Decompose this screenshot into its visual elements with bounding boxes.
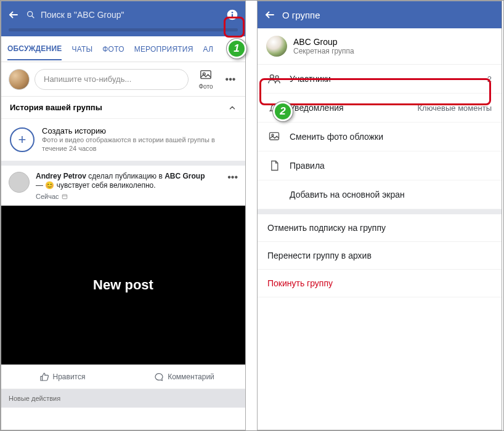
- members-icon: [267, 72, 281, 86]
- tab-events[interactable]: МЕРОПРИЯТИЯ: [134, 45, 193, 54]
- post-time: Сейчас: [36, 192, 221, 201]
- like-button[interactable]: Нравится: [1, 365, 123, 389]
- action-archive[interactable]: Перенести группу в архив: [258, 242, 502, 270]
- header-bar: О группе: [258, 1, 502, 28]
- svg-rect-8: [62, 195, 67, 199]
- comment-button[interactable]: Комментарий: [123, 365, 245, 389]
- menu-rules[interactable]: Правила: [258, 151, 502, 180]
- header-bar: Поиск в "ABC Group": [1, 1, 245, 28]
- header-underline: [9, 28, 238, 31]
- marker-2: 2: [273, 102, 293, 121]
- svg-point-12: [275, 76, 278, 79]
- phone-group-feed: Поиск в "ABC Group" ОБСУЖДЕНИЕ ЧАТЫ ФОТО…: [1, 1, 246, 430]
- group-info-text: ABC Group Секретная группа: [293, 37, 354, 55]
- search-icon: [26, 10, 36, 20]
- menu-cover-label: Сменить фото обложки: [290, 132, 492, 142]
- menu-members-label: Участники: [290, 74, 479, 84]
- search-input[interactable]: Поиск в "ABC Group": [26, 10, 219, 20]
- feeling-emoji: 😊: [45, 181, 54, 190]
- tab-photo[interactable]: ФОТО: [102, 45, 124, 54]
- compose-input[interactable]: Напишите что-нибудь...: [35, 69, 189, 90]
- svg-rect-5: [232, 14, 233, 18]
- post-head: Andrey Petrov сделал публикацию в ABC Gr…: [1, 166, 245, 206]
- back-icon[interactable]: [264, 9, 276, 21]
- header-title: О группе: [282, 10, 320, 20]
- menu-rules-label: Правила: [290, 161, 492, 171]
- menu-add-home[interactable]: Добавить на основной экран: [258, 180, 502, 209]
- group-type: Секретная группа: [293, 47, 354, 55]
- tabs: ОБСУЖДЕНИЕ ЧАТЫ ФОТО МЕРОПРИЯТИЯ АЛ: [1, 36, 245, 62]
- picture-icon: [267, 130, 281, 143]
- create-story-row[interactable]: + Создать историю Фото и видео отображаю…: [1, 119, 245, 161]
- compose-more-icon[interactable]: •••: [223, 74, 238, 85]
- svg-line-2: [32, 16, 35, 18]
- marker-1: 1: [227, 39, 246, 58]
- story-section-title: История вашей группы: [10, 103, 102, 112]
- menu-add-home-label: Добавить на основной экран: [290, 190, 492, 199]
- big-actions: Отменить подписку на группу Перенести гр…: [258, 214, 502, 297]
- avatar[interactable]: [9, 69, 30, 90]
- svg-point-4: [232, 12, 234, 14]
- menu-notifications[interactable]: Уведомления Ключевые моменты: [258, 94, 502, 123]
- search-placeholder: Поиск в "ABC Group": [41, 10, 124, 20]
- story-subtitle: Фото и видео отображаются в истории ваше…: [42, 135, 237, 153]
- menu-notifications-value: Ключевые моменты: [417, 103, 492, 113]
- post-header-text: Andrey Petrov сделал публикацию в ABC Gr…: [36, 172, 221, 201]
- post-more-icon[interactable]: •••: [227, 172, 238, 201]
- story-section-head[interactable]: История вашей группы: [1, 97, 245, 119]
- tab-discussion[interactable]: ОБСУЖДЕНИЕ: [7, 44, 62, 60]
- action-unsubscribe[interactable]: Отменить подписку на группу: [258, 214, 502, 242]
- post-body[interactable]: New post: [1, 206, 245, 365]
- menu-members-count: 2: [487, 75, 492, 84]
- compose-photo-label: Фото: [199, 83, 213, 90]
- story-text: Создать историю Фото и видео отображаютс…: [42, 126, 237, 153]
- plus-icon: +: [10, 127, 35, 152]
- story-title: Создать историю: [42, 126, 237, 135]
- post-actions: Нравится Комментарий: [1, 365, 245, 389]
- menu-notifications-label: Уведомления: [290, 103, 408, 113]
- svg-point-11: [270, 75, 274, 78]
- svg-rect-13: [270, 132, 279, 140]
- action-leave[interactable]: Покинуть группу: [258, 270, 502, 297]
- post-avatar[interactable]: [9, 172, 30, 193]
- group-avatar: [266, 36, 287, 57]
- compose-row: Напишите что-нибудь... Фото •••: [1, 62, 245, 96]
- info-icon[interactable]: [226, 8, 239, 22]
- compose-placeholder: Напишите что-нибудь...: [44, 75, 131, 84]
- back-icon[interactable]: [7, 9, 20, 21]
- group-name: ABC Group: [293, 37, 354, 47]
- phone-group-about: О группе ABC Group Секретная группа Учас…: [257, 1, 502, 430]
- post-author[interactable]: Andrey Petrov: [36, 172, 86, 180]
- post-group[interactable]: ABC Group: [165, 172, 205, 180]
- tab-chats[interactable]: ЧАТЫ: [71, 45, 92, 54]
- menu-members[interactable]: Участники 2: [258, 65, 502, 94]
- gap: [1, 161, 245, 166]
- tab-more[interactable]: АЛ: [203, 45, 214, 54]
- menu-cover[interactable]: Сменить фото обложки: [258, 123, 502, 151]
- gap: [258, 209, 502, 214]
- document-icon: [267, 159, 281, 172]
- compose-photo-button[interactable]: Фото: [193, 68, 218, 90]
- chevron-up-icon: [228, 103, 237, 112]
- new-actions-bar[interactable]: Новые действия: [1, 389, 245, 408]
- svg-point-1: [28, 12, 33, 17]
- group-info-row[interactable]: ABC Group Секретная группа: [258, 28, 502, 65]
